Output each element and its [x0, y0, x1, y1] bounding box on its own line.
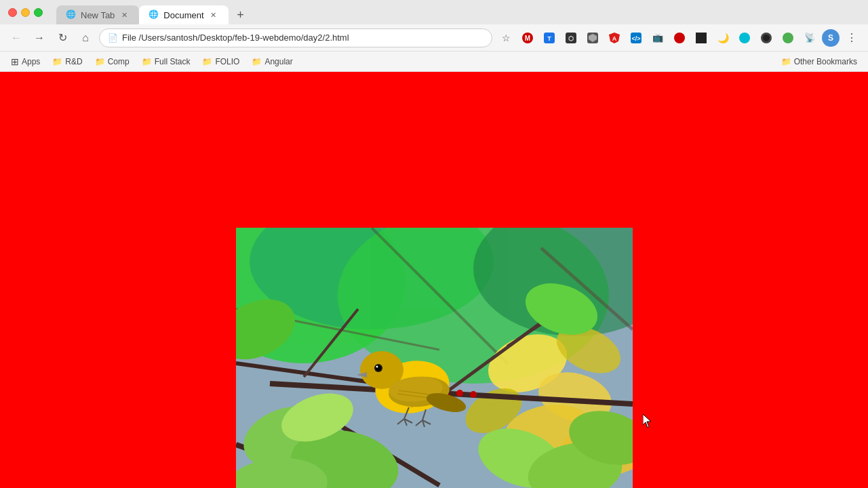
toolbar: ← → ↻ ⌂ 📄 File /Users/santosh/Desktop/fe…: [0, 24, 868, 52]
menu-icon: ⋮: [846, 31, 857, 44]
ext-icon-blue[interactable]: T: [540, 28, 559, 47]
new-tab-button[interactable]: +: [231, 5, 250, 24]
dark-circle-button[interactable]: [757, 28, 776, 47]
back-icon: ←: [11, 32, 22, 44]
folder-icon-fullstack: 📁: [142, 57, 152, 66]
bookmark-rnd[interactable]: 📁 R&D: [47, 55, 87, 68]
ext-icon-red[interactable]: M: [518, 28, 537, 47]
apps-icon: ⊞: [11, 56, 19, 67]
svg-marker-74: [643, 414, 651, 428]
ext-icon-dark[interactable]: ⬡: [561, 28, 580, 47]
ext-red-svg: M: [521, 32, 534, 44]
ext-angular-svg: A: [608, 32, 620, 44]
folder-icon-folio: 📁: [202, 57, 212, 66]
ext-black-svg: [695, 32, 707, 44]
green-button[interactable]: [778, 28, 797, 47]
bookmark-button[interactable]: ☆: [496, 28, 515, 47]
other-bookmarks-button[interactable]: 📁 Other Bookmarks: [776, 55, 863, 68]
folder-icon-rnd: 📁: [52, 57, 62, 66]
address-icon: 📄: [108, 33, 118, 43]
svg-text:A: A: [612, 35, 617, 42]
address-bar[interactable]: 📄 File /Users/santosh/Desktop/feb-19-web…: [99, 28, 492, 47]
menu-button[interactable]: ⋮: [842, 28, 861, 47]
svg-text:⬡: ⬡: [568, 35, 574, 42]
bookmark-label-rnd: R&D: [65, 57, 82, 66]
ext-code-svg: </>: [630, 32, 642, 44]
cast-button[interactable]: 📺: [648, 28, 667, 47]
back-button[interactable]: ←: [7, 28, 26, 47]
folder-icon-angular: 📁: [252, 57, 262, 66]
bookmark-icon: ☆: [502, 33, 511, 43]
bookmark-comp[interactable]: 📁 Comp: [90, 55, 135, 68]
svg-point-42: [470, 391, 477, 398]
close-button[interactable]: [8, 8, 17, 17]
bookmark-fullstack[interactable]: 📁 Full Stack: [136, 55, 196, 68]
svg-rect-14: [696, 33, 707, 43]
ext-icon-code[interactable]: </>: [627, 28, 646, 47]
page-content: [0, 72, 868, 488]
forward-button[interactable]: →: [30, 28, 49, 47]
reload-button[interactable]: ↻: [53, 28, 72, 47]
cast-icon: 📺: [652, 33, 663, 43]
folder-icon-comp: 📁: [95, 57, 105, 66]
notif-red-button[interactable]: [670, 28, 689, 47]
cyan-button[interactable]: [735, 28, 754, 47]
ext-shield-svg: [587, 32, 599, 44]
home-button[interactable]: ⌂: [76, 28, 95, 47]
ext-blue-svg: T: [543, 32, 555, 44]
green-svg: [782, 32, 794, 44]
tab-newtab[interactable]: 🌐 New Tab ✕: [56, 5, 139, 24]
cast2-icon: 📡: [804, 33, 815, 43]
darkmode-button[interactable]: 🌙: [713, 28, 732, 47]
tab-close-newtab[interactable]: ✕: [119, 9, 130, 20]
bird-scene-svg: [236, 228, 633, 488]
ext-icon-angular[interactable]: A: [605, 28, 624, 47]
tab-close-document[interactable]: ✕: [208, 9, 219, 20]
profile-label: S: [828, 33, 833, 43]
tabs-bar: 🌐 New Tab ✕ 🌐 Document ✕ +: [56, 0, 860, 24]
ext-dark-svg: ⬡: [565, 32, 577, 44]
address-text: File /Users/santosh/Desktop/feb-19-webde…: [122, 33, 484, 43]
tab-favicon-newtab: 🌐: [66, 9, 77, 20]
apps-button[interactable]: ⊞ Apps: [5, 54, 45, 69]
bird-image: [236, 228, 633, 488]
svg-point-15: [739, 33, 750, 43]
moon-icon: 🌙: [717, 33, 729, 43]
notif-red-svg: [673, 32, 686, 44]
ext-icon-shield[interactable]: [583, 28, 602, 47]
home-icon: ⌂: [82, 32, 89, 44]
titlebar: 🌐 New Tab ✕ 🌐 Document ✕ +: [0, 0, 868, 24]
toolbar-icons: ☆ M T ⬡: [496, 28, 861, 47]
bookmark-label-angular: Angular: [264, 57, 292, 66]
bookmarks-bar: ⊞ Apps 📁 R&D 📁 Comp 📁 Full Stack 📁 FOLIO…: [0, 52, 868, 72]
cyan-svg: [738, 32, 751, 44]
svg-point-17: [763, 35, 770, 41]
maximize-button[interactable]: [34, 8, 43, 17]
minimize-button[interactable]: [21, 8, 30, 17]
tab-label-document: Document: [163, 10, 203, 20]
dark-circle-svg: [760, 32, 772, 44]
other-bookmarks-label: Other Bookmarks: [794, 57, 857, 66]
ext-black-button[interactable]: [692, 28, 711, 47]
reload-icon: ↻: [58, 31, 67, 44]
svg-text:T: T: [547, 35, 551, 42]
bookmark-label-fullstack: Full Stack: [155, 57, 191, 66]
bookmark-folio[interactable]: 📁 FOLIO: [197, 55, 245, 68]
cursor-svg: [643, 414, 654, 429]
svg-point-13: [674, 33, 685, 43]
cursor: [643, 414, 654, 432]
cast2-button[interactable]: 📡: [800, 28, 819, 47]
bookmark-label-folio: FOLIO: [215, 57, 239, 66]
tab-favicon-document: 🌐: [149, 9, 159, 20]
tab-label-newtab: New Tab: [81, 10, 115, 20]
svg-point-41: [456, 390, 463, 396]
forward-icon: →: [34, 32, 45, 44]
svg-point-18: [783, 33, 793, 43]
folder-icon-other: 📁: [781, 57, 791, 66]
bookmark-angular[interactable]: 📁 Angular: [246, 55, 298, 68]
svg-text:M: M: [525, 35, 530, 42]
tab-document[interactable]: 🌐 Document ✕: [139, 5, 228, 24]
svg-point-55: [376, 366, 378, 368]
svg-text:</>: </>: [631, 35, 640, 42]
profile-button[interactable]: S: [822, 29, 840, 47]
